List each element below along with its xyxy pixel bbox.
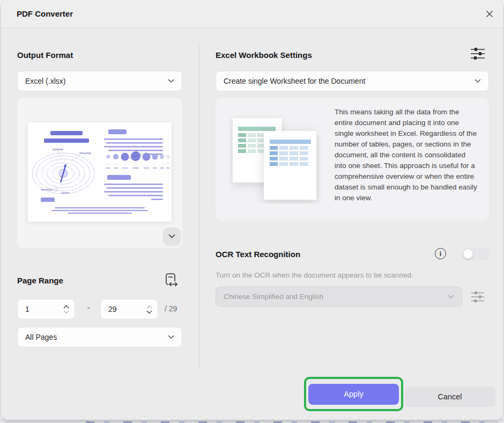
sliders-icon [470, 46, 485, 61]
stepper-up-icon[interactable] [63, 305, 69, 309]
close-icon [485, 10, 494, 18]
ocr-label: OCR Text Recognition [216, 250, 300, 259]
chevron-down-icon [448, 295, 454, 299]
chevron-down-icon [475, 79, 481, 83]
stepper-down-icon[interactable] [63, 310, 69, 314]
page-range-label: Page Range [17, 276, 63, 285]
ocr-hint-text: Turn on the OCR when the document appear… [216, 271, 413, 279]
ocr-advanced-button [471, 290, 485, 304]
page-from-stepper[interactable] [17, 299, 75, 319]
chevron-down-icon [168, 335, 174, 339]
preview-page-art [28, 122, 172, 222]
spreadsheet-pages-illustration [229, 115, 321, 206]
page-mode-value: All Pages [25, 333, 57, 341]
document-preview-page [28, 122, 172, 222]
page-mode-select[interactable]: All Pages [17, 327, 182, 347]
ocr-toggle[interactable] [462, 248, 489, 260]
worksheet-mode-info-card: This means taking all the data from the … [216, 98, 489, 221]
apply-highlight-annotation: Apply [304, 377, 403, 411]
worksheet-mode-value: Create single Worksheet for the Document [224, 77, 365, 85]
ocr-language-value: Chinese Simplified and English [224, 293, 323, 301]
document-preview-card [17, 98, 182, 248]
close-button[interactable] [483, 8, 496, 20]
page-range-icon [164, 272, 179, 288]
output-format-value: Excel (.xlsx) [25, 77, 65, 85]
toggle-knob [463, 249, 473, 259]
workbook-settings-label: Excel Workbook Settings [216, 50, 312, 60]
info-icon: i [440, 250, 441, 258]
output-format-select[interactable]: Excel (.xlsx) [17, 71, 182, 91]
underlying-page-strip [0, 419, 504, 423]
pdf-converter-dialog: PDF Converter Output Format Excel (.xlsx… [1, 0, 503, 420]
page-range-options-button[interactable] [164, 272, 179, 288]
ocr-info-button[interactable]: i [435, 248, 446, 259]
page-range-separator: - [83, 303, 94, 312]
chevron-down-icon [168, 79, 174, 83]
chevron-down-icon [168, 234, 175, 239]
page-to-input[interactable] [108, 305, 137, 313]
panel-divider [199, 43, 199, 368]
workbook-advanced-button[interactable] [470, 46, 485, 61]
page-from-input[interactable] [25, 305, 54, 313]
worksheet-mode-description: This means taking all the data from the … [335, 107, 477, 203]
stepper-down-icon[interactable] [146, 310, 152, 314]
titlebar: PDF Converter [1, 0, 503, 28]
page-to-stepper[interactable] [100, 299, 158, 319]
apply-button[interactable]: Apply [308, 384, 399, 405]
ocr-language-select[interactable]: Chinese Simplified and English [216, 287, 462, 307]
preview-expand-button[interactable] [163, 228, 181, 245]
dialog-title: PDF Converter [17, 9, 73, 18]
worksheet-mode-select[interactable]: Create single Worksheet for the Document [216, 71, 489, 91]
cancel-button[interactable]: Cancel [404, 386, 495, 407]
sliders-icon [471, 290, 485, 304]
page-total: / 29 [165, 304, 177, 313]
output-format-label: Output Format [17, 50, 73, 60]
stepper-up-icon[interactable] [146, 305, 152, 309]
